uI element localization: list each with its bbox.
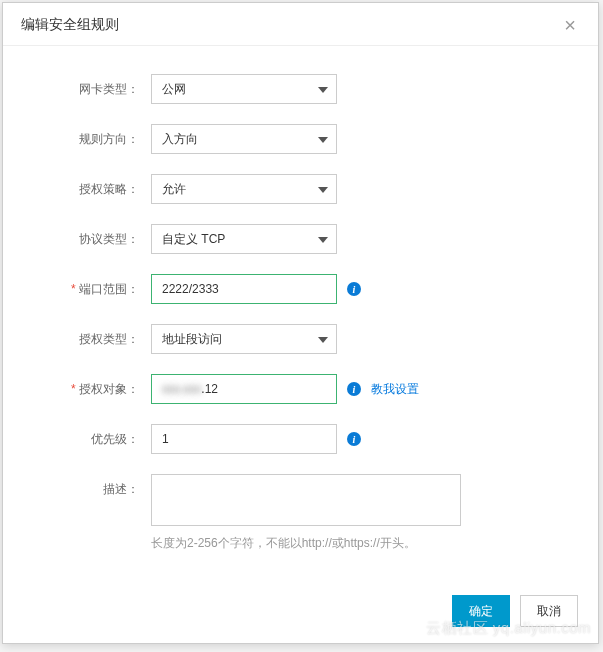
label-description: 描述： — [33, 474, 151, 498]
label-policy: 授权策略： — [33, 174, 151, 198]
input-port-range[interactable] — [151, 274, 337, 304]
textarea-description[interactable] — [151, 474, 461, 526]
auth-object-suffix: .12 — [201, 382, 218, 396]
row-auth-object: 授权对象： xxx.xxx.12 i 教我设置 — [33, 374, 568, 404]
row-nic-type: 网卡类型： 公网 — [33, 74, 568, 104]
select-policy-value: 允许 — [162, 181, 186, 198]
row-auth-type: 授权类型： 地址段访问 — [33, 324, 568, 354]
label-nic-type: 网卡类型： — [33, 74, 151, 98]
ok-button[interactable]: 确定 — [452, 595, 510, 627]
modal-title: 编辑安全组规则 — [21, 16, 119, 34]
label-priority: 优先级： — [33, 424, 151, 448]
input-priority[interactable] — [151, 424, 337, 454]
info-icon[interactable]: i — [347, 432, 361, 446]
row-direction: 规则方向： 入方向 — [33, 124, 568, 154]
cancel-button[interactable]: 取消 — [520, 595, 578, 627]
select-direction-value: 入方向 — [162, 131, 198, 148]
row-description: 描述： 长度为2-256个字符，不能以http://或https://开头。 — [33, 474, 568, 552]
row-port-range: 端口范围： i — [33, 274, 568, 304]
description-hint: 长度为2-256个字符，不能以http://或https://开头。 — [151, 535, 461, 552]
select-nic-type-value: 公网 — [162, 81, 186, 98]
help-link-teach-me[interactable]: 教我设置 — [371, 381, 419, 398]
label-auth-type: 授权类型： — [33, 324, 151, 348]
modal-footer: 确定 取消 — [3, 583, 598, 643]
label-direction: 规则方向： — [33, 124, 151, 148]
select-protocol[interactable]: 自定义 TCP — [151, 224, 337, 254]
label-protocol: 协议类型： — [33, 224, 151, 248]
row-protocol: 协议类型： 自定义 TCP — [33, 224, 568, 254]
select-nic-type[interactable]: 公网 — [151, 74, 337, 104]
select-policy[interactable]: 允许 — [151, 174, 337, 204]
input-auth-object[interactable]: xxx.xxx.12 — [151, 374, 337, 404]
select-auth-type-value: 地址段访问 — [162, 331, 222, 348]
row-priority: 优先级： i — [33, 424, 568, 454]
info-icon[interactable]: i — [347, 282, 361, 296]
auth-object-masked: xxx.xxx — [162, 382, 201, 396]
select-protocol-value: 自定义 TCP — [162, 231, 225, 248]
modal-body: 网卡类型： 公网 规则方向： 入方向 授权策略： 允许 — [3, 46, 598, 583]
edit-security-rule-modal: 编辑安全组规则 × 网卡类型： 公网 规则方向： 入方向 授权策略： — [2, 2, 599, 644]
select-direction[interactable]: 入方向 — [151, 124, 337, 154]
close-icon[interactable]: × — [560, 15, 580, 35]
modal-header: 编辑安全组规则 × — [3, 3, 598, 46]
info-icon[interactable]: i — [347, 382, 361, 396]
label-port-range: 端口范围： — [33, 274, 151, 298]
row-policy: 授权策略： 允许 — [33, 174, 568, 204]
label-auth-object: 授权对象： — [33, 374, 151, 398]
select-auth-type[interactable]: 地址段访问 — [151, 324, 337, 354]
